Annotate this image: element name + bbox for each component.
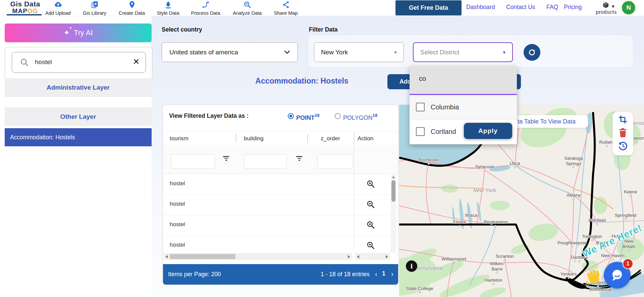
column-header-building[interactable]: building	[244, 135, 264, 142]
nav-link-contact-us[interactable]: Contact Us	[506, 4, 535, 11]
scroll-left-arrow[interactable]	[165, 255, 168, 258]
district-search-input[interactable]	[418, 75, 507, 83]
cube-icon	[601, 1, 610, 9]
pagination-bar: Items per Page: 200 1 - 18 of 18 entries…	[163, 264, 398, 285]
sidebar-section-administrative-layer[interactable]: Administrative Layer	[5, 78, 152, 97]
state-select[interactable]: New York ▾	[314, 42, 404, 62]
ink-drop-icon	[164, 1, 172, 9]
layer-title: Accommodation: Hostels	[221, 77, 382, 86]
chevron-down-icon	[284, 49, 290, 55]
nav-link-dashboard[interactable]: Dashboard	[466, 4, 495, 11]
scroll-right-arrow[interactable]	[386, 255, 388, 258]
district-select[interactable]: Select District ▾	[413, 42, 513, 62]
table-vertical-scrollbar[interactable]	[391, 174, 396, 253]
point-radio[interactable]	[288, 113, 294, 119]
entries-label: 1 - 18 of 18 entries	[321, 271, 370, 278]
map-pin-icon	[128, 1, 136, 9]
district-select-placeholder: Select District	[420, 49, 459, 56]
checkbox-icon[interactable]	[416, 103, 425, 111]
share-icon	[282, 1, 290, 9]
checkbox-icon[interactable]	[416, 127, 425, 136]
table-row[interactable]: hostel	[163, 215, 391, 236]
refresh-icon	[528, 48, 536, 57]
history-icon[interactable]	[618, 141, 628, 153]
table-row[interactable]: hostel	[163, 174, 391, 195]
waving-hand-icon	[584, 268, 604, 289]
country-select[interactable]: United states of america	[162, 42, 298, 62]
get-free-data-button[interactable]: Get Free Data	[395, 0, 462, 15]
sidebar-item-accommodation-hostels[interactable]: Accommodation: Hostels	[5, 128, 152, 146]
column-separator	[236, 134, 236, 143]
select-country-label: Select country	[162, 26, 202, 33]
analyze-magnifier-icon	[243, 1, 252, 9]
district-search-area	[410, 66, 517, 94]
divider	[163, 131, 398, 132]
close-icon[interactable]: ✕	[133, 57, 140, 66]
nav-item-style-data[interactable]: Style Data	[149, 1, 187, 16]
current-page-number[interactable]: 1	[382, 270, 385, 277]
user-avatar[interactable]: N	[622, 1, 635, 14]
column-header-z-order[interactable]: z_order	[321, 135, 340, 142]
zoom-to-feature-icon[interactable]	[366, 241, 375, 251]
filter-icon[interactable]	[296, 156, 303, 161]
sparkle-icon: ✦✦	[63, 29, 69, 37]
action-horizontal-scrollbar[interactable]	[355, 253, 390, 260]
caret-down-icon[interactable]: ▾	[612, 3, 614, 9]
scroll-left-arrow[interactable]	[357, 255, 359, 258]
tourism-filter-input[interactable]	[171, 154, 215, 169]
filtered-data-table: View Filtered Layer Data as : POINT18 PO…	[163, 105, 398, 285]
nav-link-faq[interactable]: FAQ	[546, 4, 558, 11]
top-navbar: Gis Data MAPOG Add Upload Gis Library	[0, 0, 644, 16]
zoom-to-feature-icon[interactable]	[366, 220, 375, 231]
point-radio-label[interactable]: POINT18	[296, 113, 319, 121]
view-as-label: View Filtered Layer Data as :	[169, 112, 249, 119]
district-option-label: Cortland	[431, 128, 456, 136]
nav-item-share-map[interactable]: Share Map	[266, 1, 305, 16]
nav-link-pricing[interactable]: Pricing	[564, 4, 582, 11]
polygon-radio-label[interactable]: POLYGON18	[343, 113, 377, 121]
zoom-to-feature-icon[interactable]	[366, 180, 375, 190]
table-row[interactable]: hostel	[163, 235, 391, 253]
items-per-page-label: Items per Page: 200	[168, 271, 221, 278]
refresh-button[interactable]	[524, 44, 540, 61]
apply-button[interactable]: Apply	[464, 123, 512, 139]
nav-item-add-upload[interactable]: Add Upload	[39, 1, 77, 16]
table-horizontal-scrollbar[interactable]	[164, 253, 352, 260]
district-option-label: Columbia	[431, 103, 459, 111]
scroll-thumb[interactable]	[170, 254, 235, 259]
column-header-tourism[interactable]: tourism	[170, 135, 189, 142]
chat-unread-badge: 1	[623, 258, 633, 269]
prev-page-chevron[interactable]: ‹	[375, 270, 377, 278]
try-ai-button[interactable]: ✦✦ Try AI	[5, 23, 152, 42]
nav-item-process-data[interactable]: Process Data	[186, 1, 225, 16]
library-add-icon	[91, 1, 99, 9]
nav-item-analyze-data[interactable]: Analyze Data	[228, 1, 267, 16]
sidebar-section-other-layer[interactable]: Other Layer	[5, 107, 152, 126]
try-ai-label: Try AI	[74, 29, 93, 37]
table-row[interactable]: hostel	[163, 194, 391, 215]
logo-underline	[7, 14, 42, 15]
scroll-thumb[interactable]	[391, 180, 395, 202]
crop-icon[interactable]	[618, 114, 628, 126]
layer-search-box: ✕	[12, 52, 146, 73]
filter-icon[interactable]	[223, 156, 229, 161]
district-option-columbia[interactable]: Columbia	[410, 95, 517, 119]
scroll-up-arrow[interactable]	[392, 176, 395, 178]
caret-down-icon: ▾	[394, 49, 397, 55]
zoom-to-feature-icon[interactable]	[366, 200, 375, 210]
nav-item-gis-library[interactable]: Gis Library	[75, 1, 114, 16]
polygon-radio[interactable]	[335, 113, 341, 119]
nav-item-create-data[interactable]: Create Data	[112, 1, 151, 16]
chat-bubble-icon	[610, 268, 625, 283]
info-button[interactable]: i	[406, 260, 417, 272]
z-order-filter-input[interactable]	[317, 154, 353, 169]
action-column-divider	[354, 131, 354, 253]
app-logo[interactable]: Gis Data MAPOG	[7, 0, 44, 14]
layer-search-input[interactable]	[34, 54, 129, 70]
building-filter-input[interactable]	[244, 154, 286, 169]
country-select-value: United states of america	[169, 49, 238, 56]
delete-icon[interactable]	[618, 128, 628, 139]
next-page-chevron[interactable]: ›	[391, 270, 393, 278]
scroll-right-arrow[interactable]	[348, 255, 350, 258]
workflow-icon	[202, 1, 210, 9]
